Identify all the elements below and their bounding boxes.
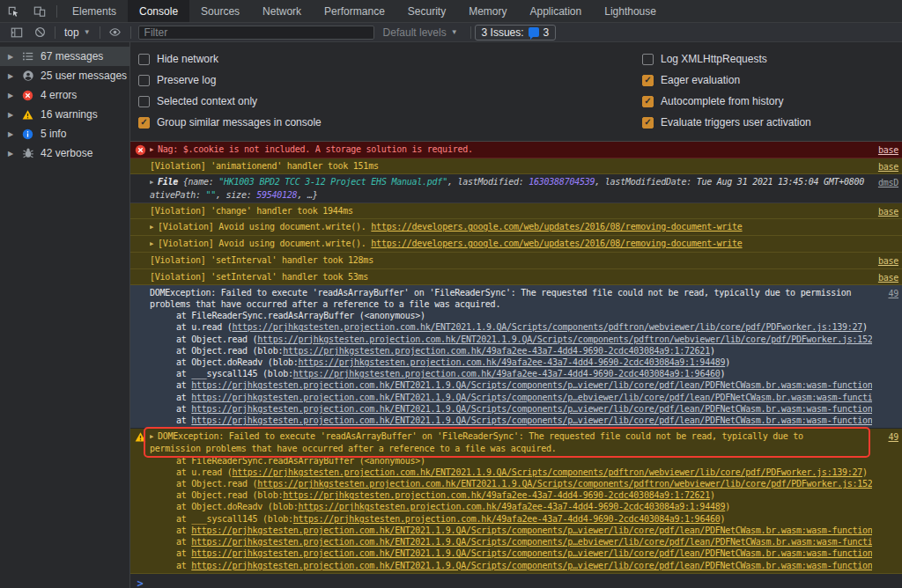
checkbox-selected-context-only[interactable]: Selected context only bbox=[138, 91, 642, 112]
tab-performance[interactable]: Performance bbox=[313, 0, 396, 22]
message-text: problems that have occurred after a refe… bbox=[150, 299, 500, 309]
message-link[interactable]: https://prjhkgstesten.projection.com.hk/… bbox=[191, 415, 872, 425]
stack-frame: at https://prjhkgstesten.projection.com.… bbox=[150, 548, 872, 559]
console-main: ▶67 messages▶25 user messages▶4 errors▶1… bbox=[0, 42, 902, 588]
message-link[interactable]: https://prjhkgstesten.projection.com.hk/… bbox=[191, 404, 872, 414]
source-location-link[interactable]: dmsD bbox=[878, 177, 898, 188]
expand-arrow-icon[interactable]: ▶ bbox=[150, 144, 153, 156]
message-link[interactable]: https://prjhkgstesten.projection.com.hk/… bbox=[232, 322, 862, 332]
checkbox-eager-evaluation[interactable]: ✓Eager evaluation bbox=[642, 70, 902, 91]
tab-security[interactable]: Security bbox=[396, 0, 457, 22]
message-text: DOMException: Failed to execute 'readAsA… bbox=[158, 431, 803, 441]
checkbox-checked-icon[interactable]: ✓ bbox=[642, 96, 654, 107]
checkbox-unchecked-icon[interactable] bbox=[138, 75, 150, 86]
console-prompt[interactable]: > bbox=[130, 574, 902, 588]
tab-lighthouse[interactable]: Lighthouse bbox=[593, 0, 668, 22]
expand-arrow-icon[interactable]: ▶ bbox=[150, 222, 153, 233]
tab-console[interactable]: Console bbox=[128, 0, 189, 22]
sidebar-item-16-warnings[interactable]: ▶16 warnings bbox=[0, 105, 129, 124]
expand-arrow-icon[interactable]: ▶ bbox=[8, 53, 15, 61]
device-toolbar-icon[interactable] bbox=[26, 0, 53, 22]
eye-icon[interactable] bbox=[104, 24, 127, 41]
tab-elements[interactable]: Elements bbox=[61, 0, 128, 22]
checkbox-evaluate-triggers-user-activation[interactable]: ✓Evaluate triggers user activation bbox=[642, 112, 902, 133]
stack-frame: at FileReaderSync.readAsArrayBuffer (<an… bbox=[150, 455, 872, 467]
tab-memory[interactable]: Memory bbox=[457, 0, 518, 22]
source-location-link[interactable]: base bbox=[878, 206, 898, 217]
checkbox-preserve-log[interactable]: Preserve log bbox=[138, 70, 642, 91]
clear-console-icon[interactable] bbox=[28, 24, 51, 41]
message-text: at ___syscall145 (blob: bbox=[176, 514, 293, 524]
checkbox-group-similar-messages-in-console[interactable]: ✓Group similar messages in console bbox=[138, 112, 642, 133]
issues-counter[interactable]: 3 Issues: 3 bbox=[475, 25, 557, 40]
expand-arrow-icon[interactable]: ▶ bbox=[8, 130, 15, 138]
source-location-link[interactable]: 49 bbox=[888, 431, 898, 443]
message-link[interactable]: https://prjhkgstesten.projection.com.hk/… bbox=[283, 346, 710, 356]
message-link[interactable]: https://prjhkgstesten.projection.com.hk/… bbox=[191, 561, 872, 570]
sidebar-item-5-info[interactable]: ▶5 info bbox=[0, 124, 129, 143]
inspect-icon[interactable] bbox=[0, 0, 26, 22]
message-text: at bbox=[176, 404, 191, 414]
expand-arrow-icon[interactable]: ▶ bbox=[8, 92, 15, 99]
context-selector[interactable]: top ▼ bbox=[59, 26, 96, 39]
filter-input[interactable] bbox=[138, 26, 374, 40]
sidebar-item-4-errors[interactable]: ▶4 errors bbox=[0, 85, 129, 105]
source-location-link[interactable]: base bbox=[878, 161, 898, 173]
checkbox-label: Hide network bbox=[157, 53, 218, 65]
tab-network[interactable]: Network bbox=[251, 0, 313, 22]
checkbox-unchecked-icon[interactable] bbox=[642, 54, 654, 65]
checkbox-unchecked-icon[interactable] bbox=[138, 54, 150, 65]
message-body: ▶[Violation] Avoid using document.write(… bbox=[150, 238, 898, 250]
message-text: ) bbox=[720, 514, 725, 524]
message-text: File bbox=[158, 177, 183, 187]
expand-arrow-icon[interactable]: ▶ bbox=[8, 150, 15, 158]
message-body: [Violation] 'animationend' handler took … bbox=[150, 160, 898, 172]
separator bbox=[100, 26, 100, 39]
expand-arrow-icon[interactable]: ▶ bbox=[8, 72, 15, 80]
message-link[interactable]: https://prjhkgstesten.projection.com.hk/… bbox=[257, 479, 872, 489]
source-location-link[interactable]: base bbox=[878, 144, 898, 156]
checkbox-checked-icon[interactable]: ✓ bbox=[642, 117, 654, 129]
message-link[interactable]: https://prjhkgstesten.projection.com.hk/… bbox=[191, 393, 872, 402]
message-link[interactable]: https://prjhkgstesten.projection.com.hk/… bbox=[191, 526, 872, 535]
checkbox-autocomplete-from-history[interactable]: ✓Autocomplete from history bbox=[642, 91, 902, 112]
issues-count: 3 bbox=[543, 26, 550, 39]
message-link[interactable]: https://prjhkgstesten.projection.com.hk/… bbox=[293, 369, 721, 379]
sidebar-item-42-verbose[interactable]: ▶42 verbose bbox=[0, 143, 129, 163]
message-link[interactable]: https://developers.google.com/web/update… bbox=[371, 239, 742, 248]
checkbox-log-xmlhttprequests[interactable]: Log XMLHttpRequests bbox=[642, 48, 902, 70]
message-body: ▶Nag: $.cookie is not included. A storag… bbox=[150, 143, 898, 156]
message-text: [Violation] Avoid using document.write()… bbox=[158, 222, 371, 232]
log-levels-selector[interactable]: Default levels ▼ bbox=[374, 26, 467, 39]
checkbox-label: Selected context only bbox=[157, 95, 257, 107]
source-location-link[interactable]: 49 bbox=[888, 288, 898, 299]
message-link[interactable]: https://developers.google.com/web/update… bbox=[371, 222, 742, 232]
checkbox-checked-icon[interactable]: ✓ bbox=[138, 117, 150, 129]
sidebar-item-67-messages[interactable]: ▶67 messages bbox=[0, 47, 129, 66]
source-location-link[interactable]: base bbox=[878, 272, 898, 283]
expand-arrow-icon[interactable]: ▶ bbox=[150, 177, 153, 188]
source-location-link[interactable]: base bbox=[878, 255, 898, 267]
expand-arrow-icon[interactable]: ▶ bbox=[150, 431, 153, 443]
settings-column-right: Log XMLHttpRequests✓Eager evaluation✓Aut… bbox=[642, 48, 902, 133]
expand-arrow-icon[interactable]: ▶ bbox=[150, 239, 153, 250]
message-link[interactable]: https://prjhkgstesten.projection.com.hk/… bbox=[191, 548, 872, 558]
message-link[interactable]: https://prjhkgstesten.projection.com.hk/… bbox=[232, 467, 862, 477]
expand-arrow-icon[interactable]: ▶ bbox=[8, 111, 15, 119]
message-link[interactable]: https://prjhkgstesten.projection.com.hk/… bbox=[299, 502, 726, 511]
stack-frame: at Object.doReadv (blob:https://prjhkgst… bbox=[150, 501, 872, 512]
message-link[interactable]: https://prjhkgstesten.projection.com.hk/… bbox=[191, 537, 872, 547]
checkbox-unchecked-icon[interactable] bbox=[138, 96, 150, 107]
message-link[interactable]: https://prjhkgstesten.projection.com.hk/… bbox=[283, 490, 710, 500]
tab-application[interactable]: Application bbox=[519, 0, 594, 22]
sidebar-item-25-user-messages[interactable]: ▶25 user messages bbox=[0, 66, 129, 85]
message-link[interactable]: https://prjhkgstesten.projection.com.hk/… bbox=[293, 514, 721, 524]
checkbox-hide-network[interactable]: Hide network bbox=[138, 48, 642, 70]
tab-sources[interactable]: Sources bbox=[189, 0, 251, 22]
stack-frame: at ___syscall145 (blob:https://prjhkgste… bbox=[150, 513, 872, 525]
message-link[interactable]: https://prjhkgstesten.projection.com.hk/… bbox=[191, 380, 872, 390]
message-link[interactable]: https://prjhkgstesten.projection.com.hk/… bbox=[257, 334, 872, 344]
message-link[interactable]: https://prjhkgstesten.projection.com.hk/… bbox=[299, 357, 726, 367]
panel-left-icon[interactable] bbox=[5, 24, 28, 41]
checkbox-checked-icon[interactable]: ✓ bbox=[642, 75, 654, 86]
